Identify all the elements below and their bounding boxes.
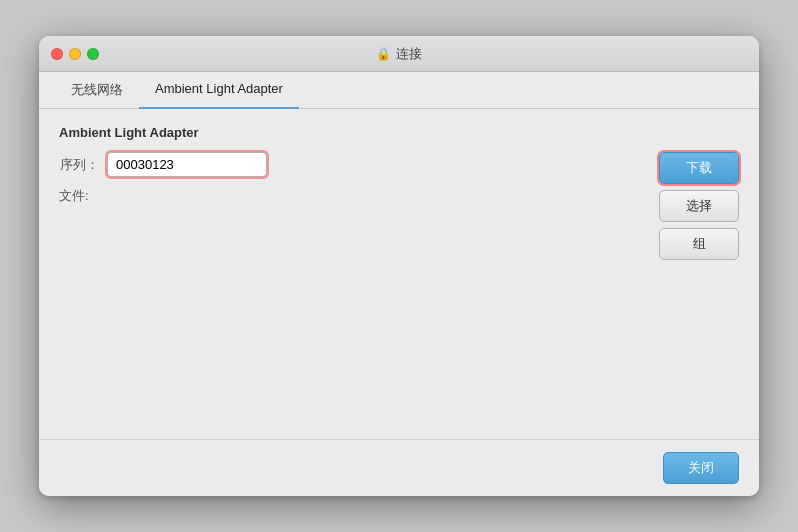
file-label: 文件:	[59, 187, 89, 205]
content-area: Ambient Light Adapter 序列： 文件: 下载 选择	[39, 109, 759, 439]
tab-wifi[interactable]: 无线网络	[55, 73, 139, 109]
file-row: 文件:	[59, 187, 639, 205]
tabbar: 无线网络 Ambient Light Adapter	[39, 72, 759, 109]
tab-ambient[interactable]: Ambient Light Adapter	[139, 73, 299, 109]
close-button-footer[interactable]: 关闭	[663, 452, 739, 484]
section-title: Ambient Light Adapter	[59, 125, 739, 140]
minimize-button[interactable]	[69, 48, 81, 60]
maximize-button[interactable]	[87, 48, 99, 60]
titlebar-title: 连接	[396, 45, 422, 63]
serial-label: 序列：	[59, 156, 99, 174]
footer: 关闭	[39, 439, 759, 496]
close-button[interactable]	[51, 48, 63, 60]
titlebar-icon: 🔒	[376, 47, 391, 61]
select-button[interactable]: 选择	[659, 190, 739, 222]
titlebar: 🔒 连接	[39, 36, 759, 72]
download-button[interactable]: 下载	[659, 152, 739, 184]
titlebar-content: 🔒 连接	[376, 45, 422, 63]
main-window: 🔒 连接 无线网络 Ambient Light Adapter Ambient …	[39, 36, 759, 496]
serial-input[interactable]	[107, 152, 267, 177]
traffic-lights	[51, 48, 99, 60]
group-button[interactable]: 组	[659, 228, 739, 260]
form-area: 序列： 文件: 下载 选择 组	[59, 152, 739, 260]
buttons-right: 下载 选择 组	[659, 152, 739, 260]
form-left: 序列： 文件:	[59, 152, 639, 205]
serial-row: 序列：	[59, 152, 639, 177]
